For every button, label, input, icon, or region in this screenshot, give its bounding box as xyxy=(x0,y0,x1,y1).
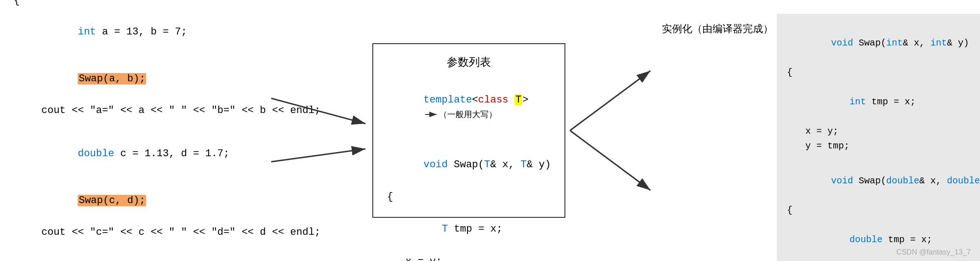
code-line-10-empty xyxy=(14,240,271,252)
double-kw3: double xyxy=(849,234,883,245)
text-cd: c = 1.13, d = 1.7; xyxy=(114,148,229,159)
T-param2: T xyxy=(520,159,526,170)
kw-template: template xyxy=(423,94,472,106)
kw-void: void xyxy=(423,159,448,170)
arrow-to-int xyxy=(570,71,650,130)
right-panel: 实例化（由编译器完成） void Swap(int& x, int& y) { … xyxy=(657,9,966,252)
arrow-line-1 xyxy=(271,98,365,124)
arrow-to-double xyxy=(570,130,650,190)
keyword-int2: int xyxy=(78,26,96,38)
tpl-line-1: template<class T> （一般用大写） xyxy=(387,75,551,140)
double-box-line-2: { xyxy=(787,203,978,218)
tpl-line-3: { xyxy=(387,189,551,205)
code-line-9: cout << "c=" << c << " " << "d=" << d <<… xyxy=(14,225,271,240)
code-line-11: return 0; xyxy=(14,252,271,261)
swap-cd-highlight: Swap(c, d); xyxy=(78,195,146,206)
int-box-line-2: { xyxy=(787,65,978,80)
code-line-2: { xyxy=(14,0,271,9)
code-line-5: cout << "a=" << a << " " << "b=" << b <<… xyxy=(14,103,271,119)
code-line-7: double c = 1.13, d = 1.7; xyxy=(14,130,271,177)
instantiation-label: 实例化（由编译器完成） xyxy=(662,22,773,36)
arrow-line-2 xyxy=(271,149,365,162)
double-kw1: double xyxy=(886,176,919,186)
int-kw2: int xyxy=(930,38,947,48)
text-ab: a = 13, b = 7; xyxy=(96,26,187,38)
right-arrows-area xyxy=(565,34,657,227)
T-param1: T xyxy=(484,159,490,170)
double-box-line-1: void Swap(double& x, double& y) xyxy=(787,159,978,203)
tpl-line-4: T tmp = x; xyxy=(387,205,551,254)
left-code-panel: int main() { int a = 13, b = 7; Swap(a, … xyxy=(14,0,271,261)
double-kw2: double xyxy=(947,176,980,186)
watermark: CSDN @fantasy_13_7 xyxy=(896,248,971,256)
int-box-line-3: int tmp = x; xyxy=(787,80,978,124)
left-arrows-svg xyxy=(271,52,372,209)
T-tmp: T xyxy=(442,223,448,235)
right-arrows-svg xyxy=(565,34,657,227)
tpl-lt: < xyxy=(472,94,478,106)
int-kw1: int xyxy=(886,38,903,48)
tpl-line-5: x = y; xyxy=(387,254,551,261)
code-line-4: Swap(a, b); xyxy=(14,56,271,102)
double-code-box: void Swap(double& x, double& y) { double… xyxy=(777,152,980,261)
template-box: 参数列表 template<class T> （一般用大写） void Swap… xyxy=(372,43,565,218)
int-box-line-4: x = y; xyxy=(787,124,978,139)
void-kw-int: void xyxy=(831,38,853,48)
arrow-T-annotation xyxy=(425,110,439,119)
T-annotation-text: （一般用大写） xyxy=(439,108,497,121)
keyword-double: double xyxy=(78,148,114,159)
code-line-8: Swap(c, d); xyxy=(14,177,271,224)
T-highlight: T xyxy=(514,94,522,106)
void-kw-double: void xyxy=(831,176,853,186)
tpl-gt: > xyxy=(522,94,528,106)
template-title: 参数列表 xyxy=(387,53,551,71)
swap-ab-highlight: Swap(a, b); xyxy=(78,73,146,85)
left-arrows-area xyxy=(271,52,372,209)
tpl-line-2: void Swap(T& x, T& y) xyxy=(387,141,551,189)
main-container: int main() { int a = 13, b = 7; Swap(a, … xyxy=(0,0,980,261)
code-line-3: int a = 13, b = 7; xyxy=(14,9,271,56)
int-box-line-1: void Swap(int& x, int& y) xyxy=(787,21,978,65)
kw-class: class xyxy=(478,94,508,106)
int-kw3: int xyxy=(849,96,866,107)
code-line-6-empty xyxy=(14,119,271,130)
